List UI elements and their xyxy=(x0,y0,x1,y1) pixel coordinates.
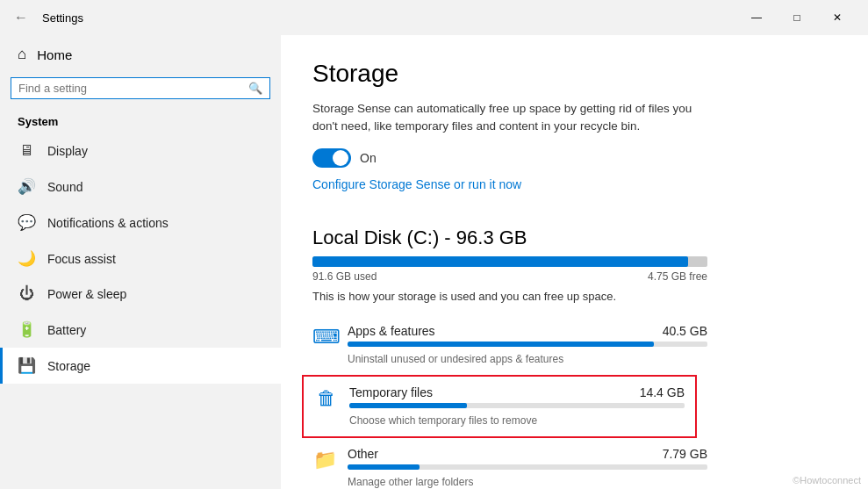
sidebar-item-label: Storage xyxy=(47,359,90,373)
sidebar-section-label: System xyxy=(0,110,281,133)
disk-bar-container xyxy=(312,256,707,267)
storage-item-name: Temporary files xyxy=(349,385,433,399)
sidebar-icon: 💾 xyxy=(18,356,35,375)
sidebar-item-label: Sound xyxy=(47,180,82,194)
sidebar-item-notifications---actions[interactable]: 💬 Notifications & actions xyxy=(0,205,281,241)
title-bar-left: ← Settings xyxy=(11,6,83,29)
sidebar-item-label: Display xyxy=(47,144,88,158)
disk-free-label: 4.75 GB free xyxy=(648,270,707,283)
storage-item-icon: 🗑 xyxy=(314,387,339,410)
storage-item-desc: Manage other large folders xyxy=(348,476,473,488)
storage-item-other[interactable]: 📁 Other 7.79 GB Manage other large folde… xyxy=(312,438,707,490)
maximize-button[interactable]: □ xyxy=(777,4,817,32)
storage-item-header: Apps & features 40.5 GB xyxy=(348,324,707,338)
configure-link[interactable]: Configure Storage Sense or run it now xyxy=(312,177,521,191)
storage-sense-toggle[interactable] xyxy=(312,148,351,168)
storage-item-content: Temporary files 14.4 GB Choose which tem… xyxy=(349,385,685,428)
sidebar-icon: 🔋 xyxy=(18,320,35,339)
disk-used-label: 91.6 GB used xyxy=(312,270,377,283)
back-button[interactable]: ← xyxy=(11,6,32,29)
sidebar-item-label: Focus assist xyxy=(47,252,116,266)
storage-item-size: 40.5 GB xyxy=(663,324,707,338)
sidebar-item-sound[interactable]: 🔊 Sound xyxy=(0,169,281,205)
minimize-button[interactable]: — xyxy=(736,4,777,32)
storage-item-size: 14.4 GB xyxy=(640,385,685,399)
storage-item-bar-fill xyxy=(348,464,420,470)
search-input[interactable] xyxy=(18,82,248,95)
search-icon: 🔍 xyxy=(248,82,262,95)
toggle-label: On xyxy=(360,151,377,165)
storage-item-desc: Uninstall unused or undesired apps & fea… xyxy=(348,353,563,365)
sidebar-item-battery[interactable]: 🔋 Battery xyxy=(0,312,281,348)
storage-item-bar-fill xyxy=(349,403,467,408)
storage-use-description: This is how your storage is used and you… xyxy=(312,290,836,303)
sidebar-item-label: Notifications & actions xyxy=(47,216,169,230)
storage-description: Storage Sense can automatically free up … xyxy=(312,100,699,136)
toggle-row: On xyxy=(312,148,836,168)
sidebar-item-storage[interactable]: 💾 Storage xyxy=(0,348,281,384)
main-content: Storage Storage Sense can automatically … xyxy=(281,35,868,489)
storage-item-bar-fill xyxy=(348,342,654,347)
sidebar-home-label: Home xyxy=(37,47,72,62)
sidebar-icon: ⏻ xyxy=(18,285,35,303)
storage-item-bar-bg xyxy=(349,403,685,408)
storage-item-bar-bg xyxy=(348,464,707,470)
sidebar: ⌂ Home 🔍 System 🖥 Display 🔊 Sound 💬 Noti… xyxy=(0,35,281,489)
sidebar-icon: 💬 xyxy=(18,213,35,232)
close-button[interactable]: ✕ xyxy=(817,4,857,32)
storage-item-bar-bg xyxy=(348,342,707,347)
title-bar: ← Settings — □ ✕ xyxy=(0,0,868,35)
sidebar-item-display[interactable]: 🖥 Display xyxy=(0,133,281,169)
storage-item-size: 7.79 GB xyxy=(663,447,707,461)
storage-item-content: Apps & features 40.5 GB Uninstall unused… xyxy=(348,324,707,366)
disk-stats: 91.6 GB used 4.75 GB free xyxy=(312,270,707,283)
window-controls: — □ ✕ xyxy=(736,4,857,32)
page-title: Storage xyxy=(312,60,836,88)
toggle-thumb xyxy=(333,150,348,166)
storage-item-apps---features[interactable]: ⌨ Apps & features 40.5 GB Uninstall unus… xyxy=(312,315,707,375)
storage-item-icon: 📁 xyxy=(312,449,337,471)
sidebar-icon: 🌙 xyxy=(18,249,35,268)
disk-bar-fill xyxy=(312,256,688,267)
storage-item-header: Temporary files 14.4 GB xyxy=(349,385,685,399)
storage-item-temporary-files[interactable]: 🗑 Temporary files 14.4 GB Choose which t… xyxy=(302,375,697,438)
sidebar-item-power---sleep[interactable]: ⏻ Power & sleep xyxy=(0,277,281,312)
storage-item-name: Apps & features xyxy=(348,324,435,338)
sidebar-icon: 🖥 xyxy=(18,142,35,160)
disk-title: Local Disk (C:) - 96.3 GB xyxy=(312,227,836,249)
storage-items-container: ⌨ Apps & features 40.5 GB Uninstall unus… xyxy=(312,315,836,490)
storage-item-content: Other 7.79 GB Manage other large folders xyxy=(348,447,707,489)
storage-item-icon: ⌨ xyxy=(312,326,337,349)
window-title: Settings xyxy=(42,11,83,25)
sidebar-item-focus-assist[interactable]: 🌙 Focus assist xyxy=(0,241,281,277)
sidebar-item-label: Battery xyxy=(47,323,86,337)
search-box[interactable]: 🔍 xyxy=(11,77,270,99)
sidebar-icon: 🔊 xyxy=(18,177,35,196)
disk-bar-background xyxy=(312,256,707,267)
storage-item-desc: Choose which temporary files to remove xyxy=(349,414,537,427)
sidebar-home-item[interactable]: ⌂ Home xyxy=(0,35,281,74)
app-body: ⌂ Home 🔍 System 🖥 Display 🔊 Sound 💬 Noti… xyxy=(0,35,868,489)
storage-item-name: Other xyxy=(348,447,378,461)
sidebar-items: 🖥 Display 🔊 Sound 💬 Notifications & acti… xyxy=(0,133,281,384)
sidebar-item-label: Power & sleep xyxy=(47,287,126,301)
home-icon: ⌂ xyxy=(18,46,26,63)
storage-item-header: Other 7.79 GB xyxy=(348,447,707,461)
